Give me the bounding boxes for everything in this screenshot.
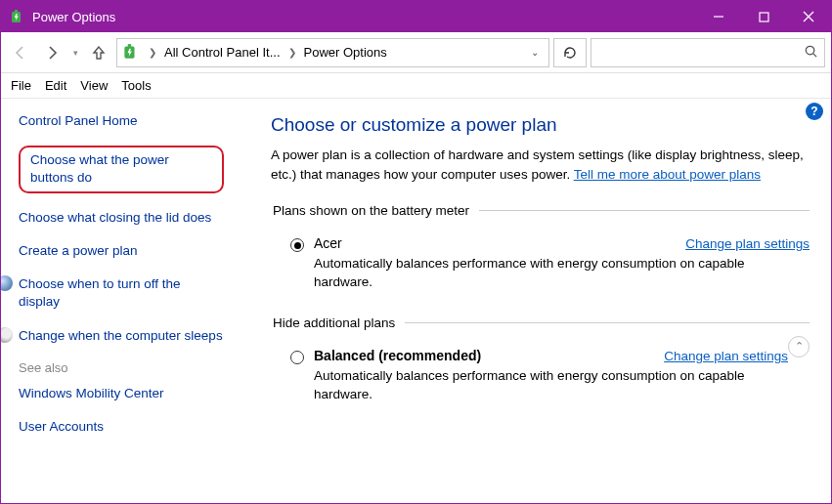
menu-edit[interactable]: Edit <box>45 78 66 93</box>
titlebar: Power Options <box>1 1 831 32</box>
menu-bar: File Edit View Tools <box>1 73 831 99</box>
search-icon[interactable] <box>804 44 818 62</box>
chevron-right-icon[interactable]: ❯ <box>147 47 158 58</box>
search-input[interactable] <box>597 44 804 61</box>
sidebar-power-buttons[interactable]: Choose what the power buttons do <box>19 146 243 192</box>
recent-locations-caret[interactable]: ▾ <box>69 48 81 58</box>
back-button[interactable] <box>7 39 34 66</box>
window-title: Power Options <box>32 10 115 24</box>
page-heading: Choose or customize a power plan <box>271 114 810 136</box>
chevron-right-icon[interactable]: ❯ <box>286 47 298 58</box>
content-area: ? Control Panel Home Choose what the pow… <box>1 99 831 503</box>
plan-acer-description: Automatically balances performance with … <box>314 255 773 292</box>
moon-icon <box>0 327 13 343</box>
battery-icon <box>121 43 141 63</box>
sidebar-mobility-center[interactable]: Windows Mobility Center <box>19 385 243 402</box>
svg-rect-7 <box>128 44 131 47</box>
additional-plans-group: Hide additional plans ⌃ Balanced (recomm… <box>271 315 810 408</box>
menu-tools[interactable]: Tools <box>121 78 151 93</box>
sidebar-user-accounts[interactable]: User Accounts <box>19 418 243 436</box>
plan-acer-name[interactable]: Acer <box>314 235 342 251</box>
svg-point-8 <box>806 46 813 54</box>
sidebar: Control Panel Home Choose what the power… <box>1 99 253 503</box>
breadcrumb-segment[interactable]: All Control Panel It... <box>164 45 281 60</box>
plan-balanced-description: Automatically balances performance with … <box>314 367 773 404</box>
plan-balanced-change-link[interactable]: Change plan settings <box>664 349 788 363</box>
menu-view[interactable]: View <box>80 78 108 93</box>
nav-row: ▾ ❯ All Control Panel It... ❯ Power Opti… <box>1 32 831 73</box>
sidebar-computer-sleeps[interactable]: Change when the computer sleeps <box>19 327 243 345</box>
plan-acer-change-link[interactable]: Change plan settings <box>685 236 810 251</box>
plan-acer: Acer Change plan settings Automatically … <box>271 230 810 296</box>
sidebar-control-panel-home[interactable]: Control Panel Home <box>19 112 243 130</box>
main-panel: Choose or customize a power plan A power… <box>253 99 831 503</box>
battery-app-icon <box>9 9 24 24</box>
up-button[interactable] <box>85 39 112 66</box>
svg-rect-1 <box>15 10 18 13</box>
address-dropdown-caret[interactable]: ⌄ <box>525 47 545 58</box>
plan-balanced-name[interactable]: Balanced (recommended) <box>314 348 481 363</box>
display-icon <box>0 275 13 291</box>
sidebar-turn-off-display[interactable]: Choose when to turn off the display <box>19 275 243 311</box>
sidebar-closing-lid[interactable]: Choose what closing the lid does <box>19 209 243 227</box>
additional-plans-legend[interactable]: Hide additional plans <box>271 315 405 330</box>
maximize-button[interactable] <box>741 1 786 32</box>
sidebar-create-plan[interactable]: Create a power plan <box>19 242 243 260</box>
see-also-heading: See also <box>19 360 243 375</box>
plan-balanced: Balanced (recommended) Change plan setti… <box>271 342 788 408</box>
tell-me-more-link[interactable]: Tell me more about power plans <box>574 167 761 182</box>
search-box[interactable] <box>591 38 825 67</box>
plan-balanced-radio[interactable] <box>290 351 304 364</box>
svg-line-9 <box>813 53 816 56</box>
close-button[interactable] <box>786 1 831 32</box>
minimize-button[interactable] <box>696 1 741 32</box>
breadcrumb-segment[interactable]: Power Options <box>304 45 387 60</box>
menu-file[interactable]: File <box>11 78 31 93</box>
collapse-chevron-icon[interactable]: ⌃ <box>788 336 810 357</box>
svg-rect-3 <box>760 13 768 21</box>
help-icon[interactable]: ? <box>806 103 823 120</box>
page-description: A power plan is a collection of hardware… <box>271 146 810 184</box>
forward-button[interactable] <box>38 39 66 66</box>
plans-shown-group: Plans shown on the battery meter Acer Ch… <box>271 203 810 296</box>
refresh-button[interactable] <box>553 38 587 67</box>
plan-acer-radio[interactable] <box>290 238 304 252</box>
address-bar[interactable]: ❯ All Control Panel It... ❯ Power Option… <box>116 38 549 67</box>
plans-shown-legend: Plans shown on the battery meter <box>271 203 479 218</box>
